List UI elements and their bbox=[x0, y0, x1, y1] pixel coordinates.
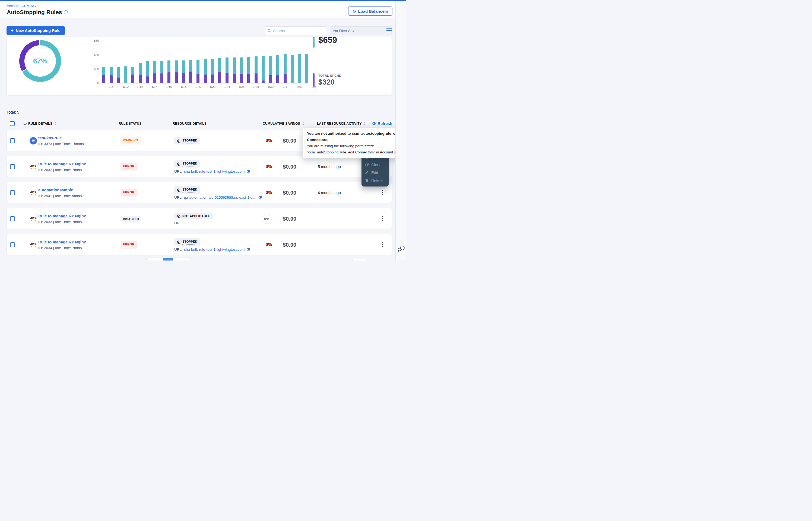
x-axis-line bbox=[101, 83, 305, 84]
savings-amount: $0.00 bbox=[283, 216, 296, 222]
copy-icon[interactable] bbox=[247, 248, 251, 251]
search-input[interactable] bbox=[273, 29, 323, 33]
resource-state-badge[interactable]: STOPPED bbox=[174, 160, 200, 167]
menu-item-clone[interactable]: Clone bbox=[362, 161, 389, 168]
row-checkbox[interactable] bbox=[10, 138, 15, 143]
x-axis-tick: 1/16 bbox=[163, 85, 175, 88]
rule-name-link[interactable]: Rule to manage RY Nginx bbox=[38, 214, 86, 218]
rule-name-link[interactable]: Rule to manage RY Nginx bbox=[38, 240, 86, 244]
right-rail bbox=[396, 0, 406, 260]
resource-state-badge[interactable]: STOPPED bbox=[174, 137, 200, 144]
savings-percent: 0% bbox=[266, 164, 272, 169]
rule-meta: ID: 2941 | Idle Time: 5mins bbox=[38, 194, 82, 198]
x-axis-tick: 1/10 bbox=[120, 85, 132, 88]
status-badge[interactable]: ERROR bbox=[121, 241, 137, 249]
rule-meta: ID: 2033 | Idle Time: 7mins bbox=[38, 220, 86, 224]
rule-name-link[interactable]: test-k8s-rule bbox=[38, 136, 84, 140]
bar-segment bbox=[255, 56, 258, 73]
x-axis-tick: 1/22 bbox=[207, 85, 218, 88]
sort-icon[interactable] bbox=[302, 122, 304, 125]
bar-segment bbox=[182, 73, 185, 83]
rule-name-link[interactable]: Rule to manage RY Nginx bbox=[38, 162, 86, 166]
aws-icon: aws bbox=[29, 164, 37, 169]
bar-segment bbox=[131, 67, 134, 74]
x-axis-tick: 1/26 bbox=[236, 85, 248, 88]
resource-url-link[interactable]: qa-automation-alb-515563988.us-east-1.el… bbox=[184, 196, 256, 200]
sort-icon[interactable] bbox=[54, 122, 57, 125]
copy-icon[interactable] bbox=[247, 169, 251, 173]
last-activity: 5 months ago bbox=[318, 164, 341, 169]
new-autostopping-rule-button[interactable]: + New AutoStopping Rule bbox=[6, 26, 65, 35]
filter-sliders-icon bbox=[386, 28, 392, 33]
col-rule-status: RULE STATUS bbox=[119, 122, 142, 126]
select-all-checkbox[interactable] bbox=[10, 121, 15, 126]
resource-state-badge[interactable]: STOPPED bbox=[174, 186, 200, 194]
url-label: URL: bbox=[174, 196, 183, 200]
resource-url-link[interactable]: sha-bulk-rule-test-1.lightwingtest.com bbox=[184, 248, 245, 252]
top-accent-bar bbox=[0, 0, 406, 1]
x-axis-ticks: 1/81/101/121/141/161/181/201/221/241/261… bbox=[101, 85, 324, 89]
pagination[interactable] bbox=[147, 258, 190, 260]
table-row[interactable]: aws automationsample ID: 2941 | Idle Tim… bbox=[6, 182, 392, 203]
bar-segment bbox=[189, 72, 192, 83]
row-actions-menu-button[interactable] bbox=[380, 234, 385, 255]
kubernetes-icon: ✳ bbox=[29, 137, 37, 144]
row-checkbox[interactable] bbox=[10, 216, 15, 221]
resource-state-badge[interactable]: STOPPED bbox=[174, 238, 200, 246]
status-badge[interactable]: ERROR bbox=[121, 163, 137, 171]
x-axis-tick: 2/1 bbox=[279, 85, 291, 88]
resource-url-link[interactable]: sha-bulk-rule-test-1.lightwingtest.com bbox=[184, 169, 245, 174]
pagination-current-page[interactable] bbox=[163, 258, 173, 260]
table-row[interactable]: aws Rule to manage RY Nginx ID: 2034 | I… bbox=[6, 234, 392, 255]
row-actions-menu-button[interactable] bbox=[380, 208, 385, 229]
bar-segment bbox=[102, 67, 105, 75]
chat-bubble-icon[interactable] bbox=[397, 245, 405, 253]
savings-amount: $0.00 bbox=[283, 164, 296, 170]
url-label: URL: bbox=[174, 248, 183, 252]
resource-url-link[interactable]: - bbox=[184, 221, 185, 225]
savings-amount: $0.00 bbox=[283, 242, 296, 248]
status-badge[interactable]: WARNING bbox=[121, 137, 141, 144]
bar-segment bbox=[117, 67, 120, 77]
x-axis-tick: 1/18 bbox=[177, 85, 189, 88]
bar-segment bbox=[117, 77, 120, 83]
bottom-right-button[interactable] bbox=[352, 259, 366, 260]
account-breadcrumb[interactable]: Account: CCM-NG bbox=[7, 4, 36, 8]
bar-segment bbox=[175, 72, 178, 83]
status-badge[interactable]: ERROR bbox=[121, 189, 137, 197]
sort-icon[interactable] bbox=[364, 122, 366, 125]
row-checkbox[interactable] bbox=[10, 164, 15, 169]
bar-segment bbox=[146, 76, 149, 83]
search-box[interactable] bbox=[264, 26, 326, 35]
url-label: URL: bbox=[174, 169, 183, 174]
page-title: AutoStopping Rulesⓘ bbox=[7, 9, 68, 16]
bar-segment bbox=[139, 75, 142, 83]
status-badge[interactable]: DISABLED bbox=[121, 216, 142, 222]
filter-panel-button[interactable] bbox=[386, 27, 392, 34]
bar-segment bbox=[226, 73, 229, 83]
row-checkbox[interactable] bbox=[10, 242, 15, 247]
clone-icon bbox=[365, 163, 369, 167]
last-activity: 4 months ago bbox=[318, 190, 341, 195]
savings-percent: 0% bbox=[266, 190, 272, 195]
load-balancers-button[interactable]: ⚙ Load Balancers bbox=[348, 6, 392, 16]
x-axis-tick: 1/20 bbox=[192, 85, 204, 88]
menu-item-delete[interactable]: Delete bbox=[362, 177, 389, 184]
info-icon[interactable]: ⓘ bbox=[64, 10, 68, 14]
rule-name-link[interactable]: automationsample bbox=[38, 188, 82, 192]
bar-segment bbox=[233, 74, 236, 83]
col-rule-details: RULE DETAILS bbox=[28, 122, 57, 126]
menu-item-edit[interactable]: Edit bbox=[362, 168, 389, 177]
saved-filter-select[interactable]: No Filter Saved bbox=[330, 26, 392, 35]
row-checkbox[interactable] bbox=[10, 190, 15, 195]
resource-state-badge[interactable]: NOT APPLICABLE bbox=[174, 213, 213, 219]
summary-chart-card: 67% $60 $40 $20 0 1/81/101/121/141/161/1… bbox=[6, 37, 392, 95]
bar-segment bbox=[110, 75, 113, 83]
aws-icon: aws bbox=[29, 216, 37, 221]
bar-segment bbox=[131, 74, 134, 84]
refresh-button[interactable]: ⟳Refresh bbox=[372, 121, 392, 126]
savings-percent: 0% bbox=[266, 138, 272, 143]
table-row[interactable]: aws Rule to manage RY Nginx ID: 2033 | I… bbox=[6, 208, 392, 229]
table-row[interactable]: aws Rule to manage RY Nginx ID: 2032 | I… bbox=[6, 156, 392, 177]
select-menu-chevron-icon[interactable] bbox=[23, 122, 27, 126]
